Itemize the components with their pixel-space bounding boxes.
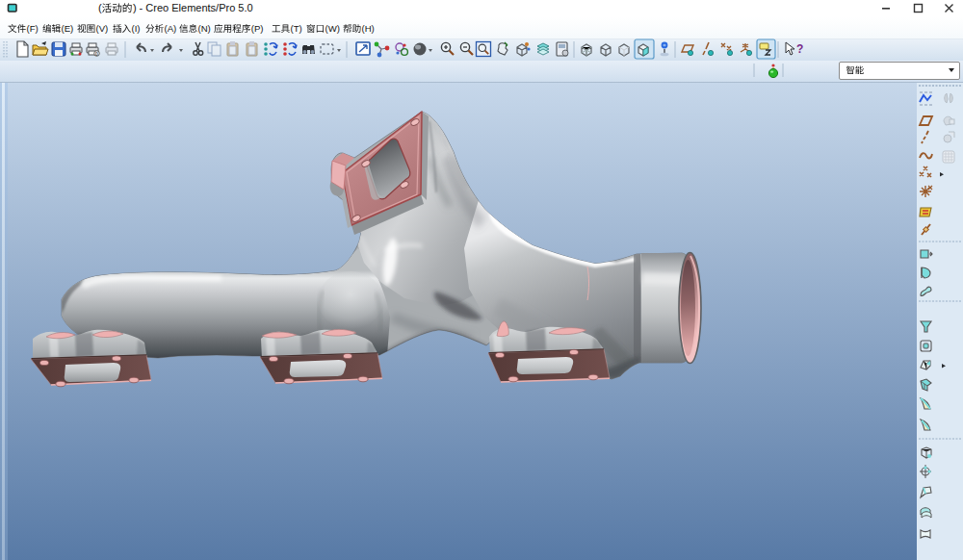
svg-text:(E): (E) [62, 23, 74, 34]
svg-text:(: ( [98, 2, 102, 13]
svg-text:(T): (T) [291, 23, 302, 34]
svg-text:(W): (W) [325, 23, 340, 34]
svg-text:) - Creo Elements/Pro 5.0: ) - Creo Elements/Pro 5.0 [133, 2, 253, 13]
svg-text:(P): (P) [251, 23, 264, 34]
svg-text:(F): (F) [27, 23, 39, 34]
svg-text:(V): (V) [96, 23, 109, 34]
svg-text:?: ? [796, 42, 803, 56]
svg-text:(H): (H) [362, 23, 375, 34]
svg-text:(A): (A) [165, 23, 177, 34]
svg-text:0: 0 [95, 51, 98, 57]
svg-text:(N): (N) [198, 23, 211, 34]
svg-text:(I): (I) [132, 23, 141, 34]
